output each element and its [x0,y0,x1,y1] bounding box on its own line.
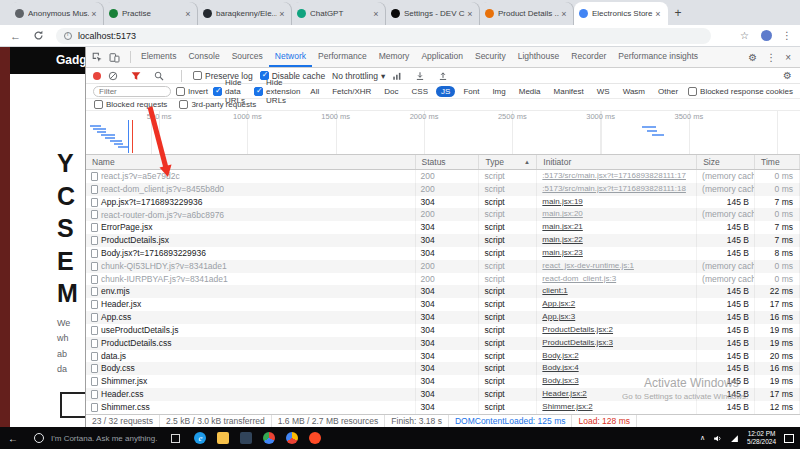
table-row[interactable]: Body.jsx?t=1716893229936 304 script main… [86,247,800,260]
column-header[interactable]: Status [416,155,480,169]
column-header[interactable]: Initiator [537,155,697,169]
tab-close-icon[interactable] [277,9,287,19]
request-initiator-link[interactable]: App.jsx:3 [542,312,575,321]
request-type-chip[interactable]: Manifest [549,86,589,97]
tab-close-icon[interactable] [89,9,99,19]
bookmark-star-icon[interactable]: ☆ [740,25,749,47]
taskbar-clock[interactable]: 12:02 PM 5/28/2024 [747,430,776,446]
column-header[interactable]: Size [697,155,755,169]
column-header[interactable]: Time [755,155,800,169]
third-party-requests-option[interactable]: 3rd-party requests [179,100,256,109]
network-overview-timeline[interactable]: 500 ms1000 ms1500 ms2000 ms2500 ms3000 m… [86,111,800,155]
request-initiator-link[interactable]: react-dom_client.js:3 [542,274,616,283]
filter-input[interactable] [93,86,171,97]
browser-menu-icon[interactable]: ⋮ [782,25,792,47]
blocked-requests-option[interactable]: Blocked requests [94,100,167,109]
request-initiator-link[interactable]: Header.jsx:2 [542,389,586,398]
browser-tab[interactable]: baraqkenny/Ele... [198,2,292,25]
tab-close-icon[interactable] [183,9,193,19]
devtools-tab[interactable]: Performance insights [612,47,704,67]
devtools-tab[interactable]: Recorder [565,47,612,67]
request-initiator-link[interactable]: main.jsx:21 [542,222,582,231]
table-row[interactable]: Body.css 304 script Body.jsx:4 145 B 16 … [86,362,800,375]
device-toolbar-icon[interactable] [109,52,120,63]
request-type-chip[interactable]: Doc [379,86,403,97]
table-row[interactable]: react.js?v=a5e79d2c 200 script :5173/src… [86,170,800,183]
tab-close-icon[interactable] [559,9,569,19]
request-initiator-link[interactable]: :5173/src/main.jsx?t=1716893828111:18 [542,184,686,193]
taskbar-app-icon[interactable] [263,432,275,444]
tab-close-icon[interactable] [653,9,663,19]
devtools-tab[interactable]: Network [269,47,312,67]
inspect-element-icon[interactable] [92,52,103,63]
table-row[interactable]: Header.css 304 script Header.jsx:2 145 B… [86,388,800,401]
browser-tab[interactable]: Electronics Store [574,2,668,25]
request-initiator-link[interactable]: main.jsx:19 [542,197,582,206]
request-initiator-link[interactable]: main.jsx:20 [542,209,582,218]
taskbar-app-icon[interactable] [217,432,229,444]
table-row[interactable]: ProductDetails.jsx 304 script main.jsx:2… [86,234,800,247]
table-row[interactable]: ProductDetails.css 304 script ProductDet… [86,337,800,350]
tray-expand-icon[interactable]: ∧ [700,434,705,442]
devtools-tab[interactable]: Elements [135,47,182,67]
table-row[interactable]: data.js 304 script Body.jsx:2 145 B 20 m… [86,350,800,363]
invert-option[interactable]: Invert [176,87,208,96]
table-row[interactable]: env.mjs 304 script client:1 145 B 22 ms [86,285,800,298]
request-initiator-link[interactable]: Body.jsx:2 [542,351,578,360]
taskbar-app-icon[interactable] [240,432,252,444]
hide-extension-urls-checkbox[interactable] [254,87,263,96]
filter-icon[interactable] [131,71,141,81]
request-initiator-link[interactable]: react_jsx-dev-runtime.js:1 [542,261,634,270]
volume-icon[interactable] [713,434,722,443]
new-tab-button[interactable]: + [668,2,688,25]
request-initiator-link[interactable]: Shimmer.jsx:2 [542,402,592,411]
request-initiator-link[interactable]: client:1 [542,286,567,295]
browser-tab[interactable]: Anonymous Mus... [10,2,104,25]
request-initiator-link[interactable]: main.jsx:22 [542,235,582,244]
browser-tab[interactable]: Practise [104,2,198,25]
table-row[interactable]: react-router-dom.js?v=a6bc8976 200 scrip… [86,208,800,221]
import-har-icon[interactable] [415,71,425,81]
request-initiator-link[interactable]: ProductDetails.jsx:2 [542,325,613,334]
blocked-requests-checkbox[interactable] [94,100,103,109]
throttling-select[interactable]: No throttling ▾ [332,71,385,81]
devtools-tab[interactable]: Application [415,47,469,67]
hide-data-urls-checkbox[interactable] [213,87,222,96]
third-party-requests-checkbox[interactable] [179,100,188,109]
blocked-response-cookies-checkbox[interactable] [688,87,697,96]
column-header[interactable]: Name [86,155,416,169]
devtools-tab[interactable]: Security [469,47,512,67]
table-row[interactable]: chunk-QI53LHDY.js?v=8341ade1 200 script … [86,260,800,273]
devtools-tab[interactable]: Lighthouse [512,47,566,67]
network-settings-icon[interactable]: ⚙ [783,70,792,81]
devtools-tab[interactable]: Memory [373,47,416,67]
request-initiator-link[interactable]: main.jsx:23 [542,248,582,257]
devtools-tab[interactable]: Sources [226,47,269,67]
request-initiator-link[interactable]: Body.jsx:4 [542,363,578,372]
devtools-more-icon[interactable]: ⋮ [766,52,776,63]
request-type-chip[interactable]: Wasm [618,86,650,97]
request-initiator-link[interactable]: Body.jsx:3 [542,376,578,385]
request-initiator-link[interactable]: :5173/src/main.jsx?t=1716893828111:17 [542,171,686,180]
browser-tab[interactable]: Product Details ... [480,2,574,25]
table-row[interactable]: App.jsx?t=1716893229936 304 script main.… [86,196,800,209]
request-initiator-link[interactable]: ProductDetails.jsx:3 [542,338,613,347]
page-button-outline[interactable] [60,392,85,418]
network-icon[interactable] [730,434,739,443]
browser-tab[interactable]: ChatGPT [292,2,386,25]
request-type-chip[interactable]: CSS [407,86,433,97]
record-icon[interactable] [93,72,101,80]
task-view-icon[interactable] [171,434,180,443]
request-type-chip[interactable]: Font [458,86,484,97]
export-har-icon[interactable] [438,71,448,81]
omnibox[interactable]: localhost:5173 [56,28,711,44]
tab-close-icon[interactable] [371,9,381,19]
request-type-chip[interactable]: WS [592,86,615,97]
taskbar-app-icon[interactable]: e [194,432,206,444]
table-row[interactable]: Header.jsx 304 script App.jsx:2 145 B 17… [86,298,800,311]
devtools-tab[interactable]: Console [182,47,225,67]
disable-cache-checkbox[interactable] [260,71,269,80]
request-type-chip[interactable]: Other [653,86,683,97]
taskbar-back-icon[interactable]: ← [8,433,18,444]
action-center-icon[interactable] [784,434,794,443]
